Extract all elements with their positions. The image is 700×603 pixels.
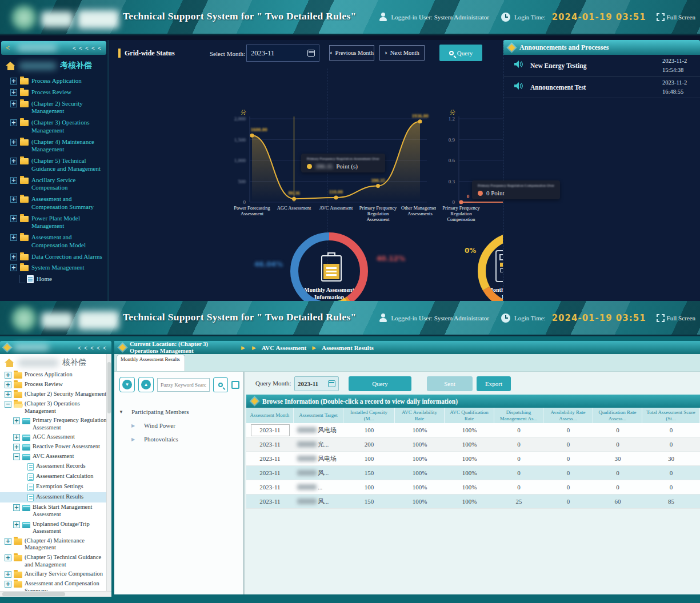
sidebar-item[interactable]: +(Chapter 5) Technical Guidance and Mana… <box>0 155 107 175</box>
expand-icon[interactable]: + <box>13 504 20 511</box>
tree-item[interactable]: +Reactive Power Assessment <box>0 442 111 452</box>
sidebar-item[interactable]: +(Chapter 4) Maintenance Management <box>0 136 107 156</box>
tree-root[interactable]: 核补偿 <box>0 355 111 370</box>
collapse-all-button[interactable]: ▲ <box>138 377 154 392</box>
expand-icon[interactable]: + <box>10 254 17 260</box>
tree-item[interactable]: Exemption Settings <box>0 482 111 492</box>
table-row[interactable]: 2023-11风电场100100%100%003030 <box>246 452 700 466</box>
tree-item[interactable]: +Ancillary Service Compensation <box>0 569 111 579</box>
tab-monthly-assessment-results[interactable]: Monthly Assessment Results <box>117 355 185 371</box>
tree-item[interactable]: +(Chapter 2) Security Management <box>0 389 111 399</box>
announcement-item[interactable]: New Energy Testing2023-11-215:54:38 <box>503 55 700 77</box>
expand-icon[interactable]: + <box>13 521 20 528</box>
sent-button[interactable]: Sent <box>427 376 473 391</box>
horizontal-scrollbar[interactable] <box>0 591 111 597</box>
sidebar-collapse-bar[interactable]: < < < < < < <box>1 41 106 55</box>
expand-icon[interactable]: + <box>13 434 20 441</box>
vertical-scrollbar[interactable] <box>106 354 111 591</box>
tree-item[interactable]: +Primary Frequency Regulation Assessment <box>0 416 111 432</box>
column-header[interactable]: Availability Rate Assess... <box>543 408 593 423</box>
column-header[interactable]: Assessment Month <box>246 408 294 423</box>
tree-item[interactable]: +Unplanned Outage/Trip Assessment <box>0 520 111 536</box>
export-button[interactable]: Export <box>477 376 511 391</box>
fuzzy-search-input[interactable] <box>157 378 210 392</box>
next-month-button[interactable]: ›Next Month <box>379 45 425 61</box>
table-row[interactable]: 2023-11风...150100%100%2506085 <box>246 495 700 509</box>
sidebar-item[interactable]: +Ancillary Service Compensation <box>0 175 107 194</box>
tree-item[interactable]: +(Chapter 4) Maintenance Management <box>0 536 111 553</box>
tree-item[interactable]: +AGC Assessment <box>0 432 111 442</box>
expand-icon[interactable]: + <box>5 571 11 578</box>
assessment-line-chart[interactable]: Primary Frequency Regulation Assessment … <box>223 110 436 224</box>
chevron-down-icon[interactable]: ▼ <box>119 409 125 415</box>
expand-icon[interactable]: + <box>10 196 17 203</box>
chevron-right-icon[interactable]: ▶ <box>131 437 137 442</box>
expand-icon[interactable]: + <box>10 177 17 184</box>
expand-icon[interactable]: + <box>10 119 17 126</box>
column-header[interactable]: Installed Capacity (M... <box>343 408 395 423</box>
expand-icon[interactable]: + <box>10 89 17 96</box>
query-month-input[interactable] <box>298 380 328 387</box>
table-row[interactable]: 2023-11...100100%100%0000 <box>246 480 700 495</box>
column-header[interactable]: Qualification Rate Assess... <box>593 408 642 423</box>
expand-icon[interactable]: + <box>10 139 17 146</box>
tree-item[interactable]: +Process Review <box>0 380 111 389</box>
checkbox[interactable] <box>231 381 239 389</box>
members-tree-item-wind[interactable]: ▶ Wind Power <box>119 419 243 432</box>
tree-item[interactable]: +Assessment and Compensation Summary <box>0 579 111 591</box>
expand-icon[interactable]: + <box>10 264 17 271</box>
table-row[interactable]: 2023-11光...200100%100%0000 <box>246 437 700 452</box>
query-button[interactable]: Query <box>439 45 482 61</box>
sidebar-item[interactable]: +(Chapter 3) Operations Management <box>0 117 107 136</box>
sidebar-item[interactable]: +Process Review <box>0 87 107 98</box>
search-button[interactable] <box>213 377 228 392</box>
expand-icon[interactable]: + <box>5 581 11 588</box>
expand-icon[interactable]: + <box>5 381 11 388</box>
sidebar-item[interactable]: +Assessment and Compensation Model <box>0 232 107 251</box>
tree-item[interactable]: +(Chapter 5) Technical Guidance and Mana… <box>0 553 111 569</box>
tree-item[interactable]: −AVC Assessment <box>0 452 111 461</box>
tree-item[interactable]: Assessment Calculation <box>0 472 111 482</box>
column-header[interactable]: Assessment Target <box>294 408 343 423</box>
sidebar-item[interactable]: +(Chapter 2) Security Management <box>0 98 107 118</box>
table-row[interactable]: 2023-11风电场100100%100%0000 <box>246 423 700 437</box>
tree-item[interactable]: +Black Start Management Assessment <box>0 502 111 519</box>
expand-icon[interactable]: + <box>10 215 17 222</box>
expand-icon[interactable]: − <box>5 401 11 408</box>
query-month-picker[interactable] <box>294 376 339 391</box>
expand-icon[interactable]: − <box>13 453 20 460</box>
expand-all-button[interactable]: ▼ <box>119 377 135 392</box>
expand-icon[interactable]: + <box>10 234 17 241</box>
chevron-right-icon[interactable]: ▶ <box>131 423 137 428</box>
sidebar-item[interactable]: +Process Application <box>0 75 107 87</box>
breadcrumb-item[interactable]: AVC Assessment <box>262 344 306 351</box>
members-tree-root[interactable]: ▼ Participating Members <box>119 405 243 419</box>
tree-item-selected[interactable]: Assessment Results <box>0 492 111 502</box>
expand-icon[interactable]: + <box>5 554 11 561</box>
tree-item[interactable]: +Process Application <box>0 370 111 380</box>
sidebar-item[interactable]: +Power Plant Model Management <box>0 213 107 232</box>
expand-icon[interactable]: + <box>13 417 20 424</box>
sidebar-item[interactable]: +Data Correction and Alarms <box>0 251 107 263</box>
tree-item[interactable]: −(Chapter 3) Operations Management <box>0 399 111 416</box>
previous-month-button[interactable]: ‹Previous Month <box>329 45 374 61</box>
sidebar-collapse-bar[interactable]: < < < < < <box>0 341 111 354</box>
breadcrumb-item[interactable]: Assessment Results <box>322 344 374 351</box>
expand-icon[interactable]: + <box>10 158 17 164</box>
expand-icon[interactable]: + <box>10 78 17 85</box>
full-screen-button[interactable]: Full Screen <box>656 13 695 22</box>
table-row[interactable]: 2023-11风...150100%100%0000 <box>246 466 700 480</box>
column-header[interactable]: AVC Qualification Rate <box>445 408 494 423</box>
expand-icon[interactable]: + <box>13 444 20 451</box>
tree-root[interactable]: 考核补偿 <box>0 57 107 75</box>
month-picker[interactable] <box>246 45 319 62</box>
sidebar-item[interactable]: +System Management <box>0 262 107 274</box>
expand-icon[interactable]: + <box>5 538 11 545</box>
members-tree-item-pv[interactable]: ▶ Photovoltaics <box>119 432 243 446</box>
sidebar-item-home[interactable]: Home <box>0 274 107 285</box>
expand-icon[interactable]: + <box>5 372 11 379</box>
announcement-item[interactable]: Announcement Test2023-11-216:48:55 <box>503 77 700 98</box>
sidebar-item[interactable]: +Assessment and Compensation Summary <box>0 194 107 213</box>
full-screen-button[interactable]: Full Screen <box>656 313 695 323</box>
query-button[interactable]: Query <box>349 376 411 391</box>
